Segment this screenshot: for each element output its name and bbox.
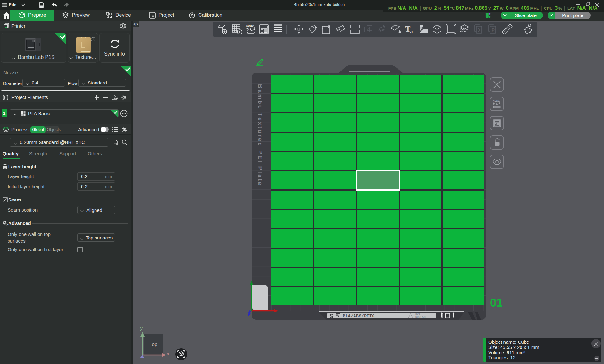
svg-text:a: a xyxy=(410,28,413,34)
svg-text:0: 0 xyxy=(478,28,480,33)
svg-text:T: T xyxy=(405,24,410,34)
svg-text:P: P xyxy=(492,28,495,33)
